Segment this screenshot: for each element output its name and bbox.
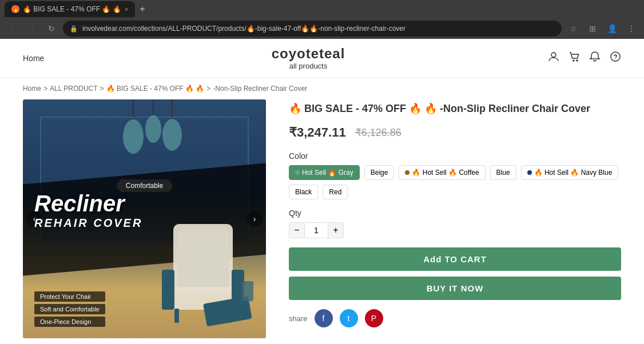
- label-soft: Soft and Comfortable: [34, 304, 105, 314]
- extensions-button[interactable]: ⊞: [585, 21, 601, 37]
- share-facebook-button[interactable]: f: [315, 309, 333, 327]
- share-pinterest-button[interactable]: P: [365, 309, 383, 327]
- image-next-button[interactable]: ›: [247, 211, 263, 227]
- svg-rect-11: [173, 224, 233, 293]
- chair-illustration: [146, 207, 260, 333]
- svg-rect-16: [242, 281, 253, 301]
- address-bar[interactable]: 🔒 involvedear.com/collections/ALL-PRODUC…: [63, 21, 562, 37]
- comfortable-badge: Comfortable: [117, 179, 172, 192]
- svg-rect-17: [174, 309, 179, 323]
- svg-rect-18: [227, 309, 232, 323]
- help-icon-button[interactable]: [610, 51, 621, 65]
- breadcrumb-sep3: >: [206, 85, 210, 93]
- qty-plus-button[interactable]: +: [328, 222, 344, 238]
- color-dot-coffee: [405, 170, 410, 175]
- profile-icon-button[interactable]: [548, 51, 559, 65]
- svg-point-3: [611, 52, 620, 61]
- new-tab-button[interactable]: +: [137, 2, 147, 17]
- color-label-blue: Blue: [496, 169, 510, 177]
- product-title: 🔥 BIG SALE - 47% OFF 🔥 🔥 -Non-Slip Recli…: [289, 102, 621, 116]
- breadcrumb-big-sale: 🔥 BIG SALE - 47% OFF 🔥 🔥: [106, 85, 205, 93]
- nav-home-link[interactable]: Home: [23, 54, 44, 63]
- color-label-navy: 🔥 Hot Sell 🔥 Navy Blue: [534, 169, 613, 177]
- forward-button[interactable]: ›: [24, 21, 40, 37]
- share-row: share f t P: [289, 309, 621, 327]
- color-hot-sell-coffee[interactable]: 🔥 Hot Sell 🔥 Coffee: [399, 165, 485, 180]
- tab-favicon: 🔥: [11, 5, 19, 13]
- header-left-nav: Home: [23, 54, 69, 63]
- site-logo: coyoteteal: [272, 46, 345, 62]
- original-price: ₹6,126.86: [355, 126, 401, 139]
- qty-minus-button[interactable]: −: [289, 222, 305, 238]
- tab-title: 🔥 BIG SALE - 47% OFF 🔥 🔥: [23, 5, 121, 13]
- product-container: Comfortable Recliner REHAIR COVER: [0, 99, 644, 344]
- breadcrumb-product-name: -Non-Slip Recliner Chair Cover: [213, 85, 307, 93]
- pinterest-icon: P: [371, 314, 376, 323]
- product-image-area: Comfortable Recliner REHAIR COVER: [23, 99, 266, 338]
- share-label: share: [289, 314, 308, 323]
- color-label-gray: Hot Sell 🔥 Gray: [302, 169, 353, 177]
- color-label-coffee: 🔥 Hot Sell 🔥 Coffee: [412, 169, 479, 177]
- breadcrumb-all-product[interactable]: ALL PRODUCT: [50, 85, 98, 93]
- color-label: Color: [289, 151, 621, 161]
- product-info: 🔥 BIG SALE - 47% OFF 🔥 🔥 -Non-Slip Recli…: [289, 99, 621, 338]
- color-beige[interactable]: Beige: [364, 165, 395, 180]
- rehair-text: REHAIR COVER: [34, 217, 142, 230]
- color-dot-navy: [527, 170, 532, 175]
- color-hot-sell-navy[interactable]: 🔥 Hot Sell 🔥 Navy Blue: [521, 165, 619, 180]
- breadcrumb-home[interactable]: Home: [23, 85, 41, 93]
- share-twitter-button[interactable]: t: [340, 309, 358, 327]
- recliner-text: Recliner: [34, 191, 125, 217]
- current-price: ₹3,247.11: [289, 125, 346, 140]
- menu-button[interactable]: ⋮: [623, 21, 639, 37]
- cart-icon-button[interactable]: [569, 51, 580, 65]
- label-protect: Protect Your Chair: [34, 291, 105, 302]
- site-header: Home coyoteteal all products: [0, 39, 644, 78]
- color-black[interactable]: Black: [289, 185, 318, 199]
- qty-label: Qty: [289, 209, 621, 218]
- reload-button[interactable]: ↻: [43, 21, 59, 37]
- color-section: Color Hot Sell 🔥 Gray Beige 🔥 Hot Sell 🔥…: [289, 151, 621, 199]
- color-red[interactable]: Red: [323, 185, 348, 199]
- color-label-red: Red: [329, 188, 341, 196]
- cart-icon: [569, 51, 580, 62]
- buy-it-now-button[interactable]: BUY IT NOW: [289, 277, 621, 300]
- question-icon: [610, 51, 621, 62]
- browser-chrome: 🔥 🔥 BIG SALE - 47% OFF 🔥 🔥 × + ‹ › ↻ 🔒 i…: [0, 0, 644, 39]
- qty-controls: − +: [289, 222, 621, 238]
- svg-point-0: [551, 53, 556, 57]
- breadcrumb: Home > ALL PRODUCT > 🔥 BIG SALE - 47% OF…: [0, 78, 644, 99]
- profile-button[interactable]: 👤: [604, 21, 620, 37]
- color-hot-sell-gray[interactable]: Hot Sell 🔥 Gray: [289, 165, 360, 180]
- active-tab[interactable]: 🔥 🔥 BIG SALE - 47% OFF 🔥 🔥 ×: [5, 1, 135, 17]
- twitter-icon: t: [348, 314, 350, 323]
- add-to-cart-button[interactable]: Add TO CART: [289, 247, 621, 271]
- browser-controls: ‹ › ↻ 🔒 involvedear.com/collections/ALL-…: [0, 18, 644, 39]
- header-right: [548, 51, 621, 65]
- back-button[interactable]: ‹: [5, 21, 21, 37]
- qty-section: Qty − +: [289, 209, 621, 238]
- facebook-icon: f: [323, 314, 325, 323]
- user-icon: [548, 51, 559, 62]
- color-options: Hot Sell 🔥 Gray Beige 🔥 Hot Sell 🔥 Coffe…: [289, 165, 621, 199]
- svg-rect-13: [162, 270, 174, 310]
- tab-bar: 🔥 🔥 BIG SALE - 47% OFF 🔥 🔥 × +: [0, 0, 644, 18]
- color-blue[interactable]: Blue: [490, 165, 516, 180]
- notification-icon-button[interactable]: [589, 51, 601, 65]
- price-row: ₹3,247.11 ₹6,126.86: [289, 125, 621, 140]
- bookmark-button[interactable]: ☆: [565, 21, 581, 37]
- label-design: One-Piece Design: [34, 317, 105, 327]
- color-label-beige: Beige: [371, 169, 388, 177]
- svg-point-2: [577, 60, 578, 61]
- header-center: coyoteteal all products: [272, 46, 345, 70]
- secure-icon: 🔒: [70, 25, 78, 33]
- all-products-link[interactable]: all products: [289, 62, 327, 70]
- tab-close-icon[interactable]: ×: [125, 6, 128, 13]
- qty-input[interactable]: [305, 222, 328, 238]
- color-dot-gray: [295, 170, 300, 175]
- bell-icon: [589, 51, 601, 62]
- url-text: involvedear.com/collections/ALL-PRODUCT/…: [82, 25, 406, 33]
- svg-point-1: [573, 60, 574, 61]
- page: Home coyoteteal all products Home > ALL …: [0, 39, 644, 344]
- breadcrumb-sep1: >: [43, 85, 47, 93]
